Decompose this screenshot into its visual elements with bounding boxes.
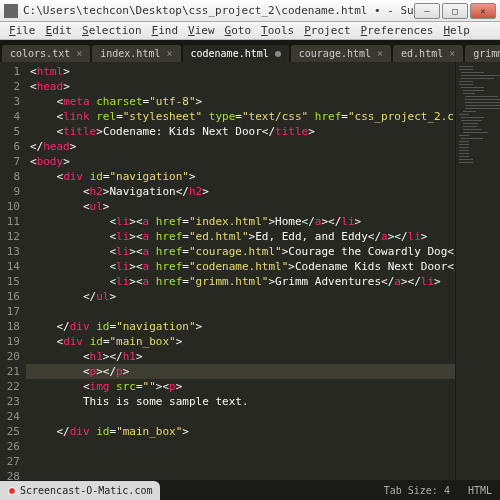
tab-colors-txt[interactable]: colors.txt× <box>2 45 90 62</box>
code-content[interactable]: <html><head> <meta charset="utf-8"> <lin… <box>26 62 455 480</box>
code-line[interactable]: This is some sample text. <box>26 394 455 409</box>
app-icon <box>4 4 18 18</box>
record-icon <box>8 487 16 495</box>
code-line[interactable]: <link rel="stylesheet" type="text/css" h… <box>26 109 455 124</box>
menu-tools[interactable]: Tools <box>256 24 299 37</box>
code-line[interactable]: </ul> <box>26 289 455 304</box>
code-line[interactable]: <div id="navigation"> <box>26 169 455 184</box>
tab-bar: colors.txt×index.html×codename.htmlcoura… <box>0 40 500 62</box>
code-line[interactable]: <li><a href="index.html">Home</a></li> <box>26 214 455 229</box>
watermark-text: Screencast-O-Matic.com <box>20 485 152 496</box>
code-line[interactable]: <li><a href="grimm.html">Grimm Adventure… <box>26 274 455 289</box>
code-line[interactable]: <li><a href="ed.html">Ed, Edd, and Eddy<… <box>26 229 455 244</box>
code-line[interactable]: <head> <box>26 79 455 94</box>
code-line[interactable]: <div id="main_box"> <box>26 334 455 349</box>
menu-edit[interactable]: Edit <box>41 24 78 37</box>
code-line[interactable]: <li><a href="codename.html">Codename Kid… <box>26 259 455 274</box>
menu-help[interactable]: Help <box>438 24 475 37</box>
tab-close-icon[interactable]: × <box>449 48 455 59</box>
code-line[interactable]: <img src=""><p> <box>26 379 455 394</box>
code-line[interactable]: <ul> <box>26 199 455 214</box>
code-line[interactable]: </head> <box>26 139 455 154</box>
tab-close-icon[interactable]: × <box>76 48 82 59</box>
editor-area: 1234567891011121314151617181920212223242… <box>0 62 500 480</box>
tab-ed-html[interactable]: ed.html× <box>393 45 463 62</box>
code-line[interactable]: <title>Codename: Kids Next Door</title> <box>26 124 455 139</box>
close-button[interactable]: ✕ <box>470 3 496 19</box>
menu-project[interactable]: Project <box>299 24 355 37</box>
menu-view[interactable]: View <box>183 24 220 37</box>
maximize-button[interactable]: □ <box>442 3 468 19</box>
code-line[interactable] <box>26 454 455 469</box>
menu-preferences[interactable]: Preferences <box>356 24 439 37</box>
tab-codename-html[interactable]: codename.html <box>183 45 289 62</box>
code-line[interactable] <box>26 409 455 424</box>
tab-grimm-html[interactable]: grimm.html× <box>465 45 500 62</box>
menu-file[interactable]: File <box>4 24 41 37</box>
menu-find[interactable]: Find <box>147 24 184 37</box>
status-language[interactable]: HTML <box>468 485 492 496</box>
tab-courage-html[interactable]: courage.html× <box>291 45 391 62</box>
code-line[interactable]: <body> <box>26 154 455 169</box>
code-line[interactable]: <p></p> <box>26 364 455 379</box>
code-line[interactable]: <h1></h1> <box>26 349 455 364</box>
code-line[interactable]: <meta charset="utf-8"> <box>26 94 455 109</box>
code-line[interactable] <box>26 469 455 480</box>
code-line[interactable] <box>26 439 455 454</box>
line-gutter: 1234567891011121314151617181920212223242… <box>0 62 26 480</box>
watermark: Screencast-O-Matic.com <box>0 481 160 500</box>
minimize-button[interactable]: — <box>414 3 440 19</box>
tab-index-html[interactable]: index.html× <box>92 45 180 62</box>
menu-selection[interactable]: Selection <box>77 24 147 37</box>
code-line[interactable]: </div id="main_box"> <box>26 424 455 439</box>
code-line[interactable]: <li><a href="courage.html">Courage the C… <box>26 244 455 259</box>
window-titlebar: C:\Users\techcon\Desktop\css_project_2\c… <box>0 0 500 22</box>
menu-goto[interactable]: Goto <box>220 24 257 37</box>
code-line[interactable]: </div id="navigation"> <box>26 319 455 334</box>
minimap[interactable] <box>455 62 500 480</box>
menu-bar: FileEditSelectionFindViewGotoToolsProjec… <box>0 22 500 40</box>
code-line[interactable]: <h2>Navigation</h2> <box>26 184 455 199</box>
code-line[interactable]: <html> <box>26 64 455 79</box>
status-tab-size[interactable]: Tab Size: 4 <box>384 485 450 496</box>
window-title: C:\Users\techcon\Desktop\css_project_2\c… <box>23 4 414 17</box>
tab-close-icon[interactable] <box>275 51 281 57</box>
tab-close-icon[interactable]: × <box>166 48 172 59</box>
tab-close-icon[interactable]: × <box>377 48 383 59</box>
code-line[interactable] <box>26 304 455 319</box>
